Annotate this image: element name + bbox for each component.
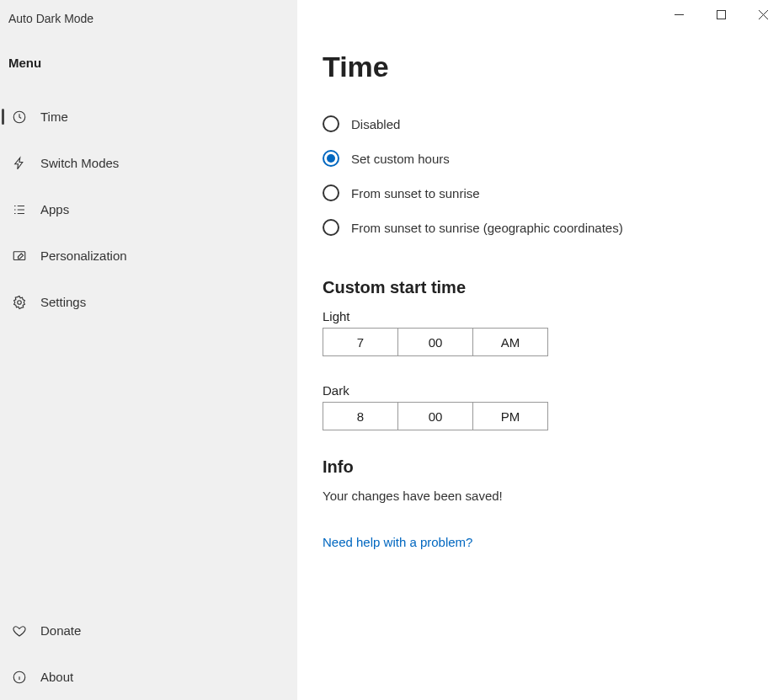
clock-icon bbox=[10, 108, 29, 126]
menu-header: Menu bbox=[0, 56, 297, 94]
radio-circle-icon bbox=[323, 184, 339, 201]
nav-spacer bbox=[0, 325, 297, 607]
info-icon bbox=[10, 668, 29, 687]
svg-point-2 bbox=[18, 300, 22, 304]
sidebar-item-label: About bbox=[40, 670, 73, 684]
sidebar-item-time[interactable]: Time bbox=[0, 94, 297, 140]
sidebar-item-label: Settings bbox=[40, 295, 86, 309]
radio-label: Disabled bbox=[351, 117, 400, 131]
sidebar-item-settings[interactable]: Settings bbox=[0, 279, 297, 325]
titlebar bbox=[297, 0, 784, 29]
radio-label: Set custom hours bbox=[351, 152, 450, 166]
sidebar-item-about[interactable]: About bbox=[0, 654, 297, 700]
sidebar-item-personalization[interactable]: Personalization bbox=[0, 232, 297, 279]
sidebar-item-label: Donate bbox=[40, 623, 81, 638]
app-title: Auto Dark Mode bbox=[0, 12, 297, 56]
personalization-icon bbox=[10, 247, 29, 265]
dark-label: Dark bbox=[323, 383, 759, 398]
light-label: Light bbox=[323, 309, 759, 323]
radio-circle-icon bbox=[323, 115, 339, 132]
sidebar-item-donate[interactable]: Donate bbox=[0, 607, 297, 654]
lightning-icon bbox=[10, 154, 29, 173]
info-text: Your changes have been saved! bbox=[323, 489, 759, 503]
svg-rect-4 bbox=[717, 10, 725, 19]
sidebar-item-switch-modes[interactable]: Switch Modes bbox=[0, 140, 297, 186]
sidebar-item-label: Personalization bbox=[40, 248, 127, 263]
dark-hour-input[interactable]: 8 bbox=[323, 403, 398, 430]
dark-time-picker: 8 00 PM bbox=[323, 402, 548, 430]
list-icon bbox=[10, 200, 29, 219]
dark-period-input[interactable]: PM bbox=[473, 403, 547, 430]
radio-set-custom-hours[interactable]: Set custom hours bbox=[323, 150, 759, 167]
light-period-input[interactable]: AM bbox=[473, 329, 547, 355]
close-button[interactable] bbox=[742, 0, 784, 29]
heart-icon bbox=[10, 622, 29, 640]
radio-sunset-sunrise[interactable]: From sunset to sunrise bbox=[323, 184, 759, 201]
sidebar: Auto Dark Mode Menu Time Switch Modes Ap… bbox=[0, 0, 297, 700]
help-link[interactable]: Need help with a problem? bbox=[323, 535, 759, 549]
gear-icon bbox=[10, 293, 29, 312]
sidebar-item-label: Apps bbox=[40, 202, 69, 216]
content: Time Disabled Set custom hours From suns… bbox=[297, 29, 784, 549]
maximize-button[interactable] bbox=[700, 0, 742, 29]
custom-start-title: Custom start time bbox=[323, 278, 759, 297]
page-title: Time bbox=[323, 51, 759, 83]
radio-circle-icon bbox=[323, 219, 339, 236]
radio-label: From sunset to sunrise (geographic coord… bbox=[351, 221, 623, 235]
light-time-picker: 7 00 AM bbox=[323, 328, 548, 356]
sidebar-item-label: Switch Modes bbox=[40, 156, 119, 170]
sidebar-item-label: Time bbox=[40, 110, 68, 124]
dark-minute-input[interactable]: 00 bbox=[398, 403, 473, 430]
radio-circle-icon bbox=[323, 150, 339, 167]
sidebar-item-apps[interactable]: Apps bbox=[0, 186, 297, 232]
radio-sunset-sunrise-geo[interactable]: From sunset to sunrise (geographic coord… bbox=[323, 219, 759, 236]
minimize-button[interactable] bbox=[658, 0, 700, 29]
light-hour-input[interactable]: 7 bbox=[323, 329, 398, 355]
info-title: Info bbox=[323, 457, 759, 477]
main-area: Time Disabled Set custom hours From suns… bbox=[297, 0, 784, 700]
radio-group: Disabled Set custom hours From sunset to… bbox=[323, 115, 759, 236]
light-minute-input[interactable]: 00 bbox=[398, 329, 473, 355]
radio-disabled[interactable]: Disabled bbox=[323, 115, 759, 132]
radio-label: From sunset to sunrise bbox=[351, 186, 480, 200]
